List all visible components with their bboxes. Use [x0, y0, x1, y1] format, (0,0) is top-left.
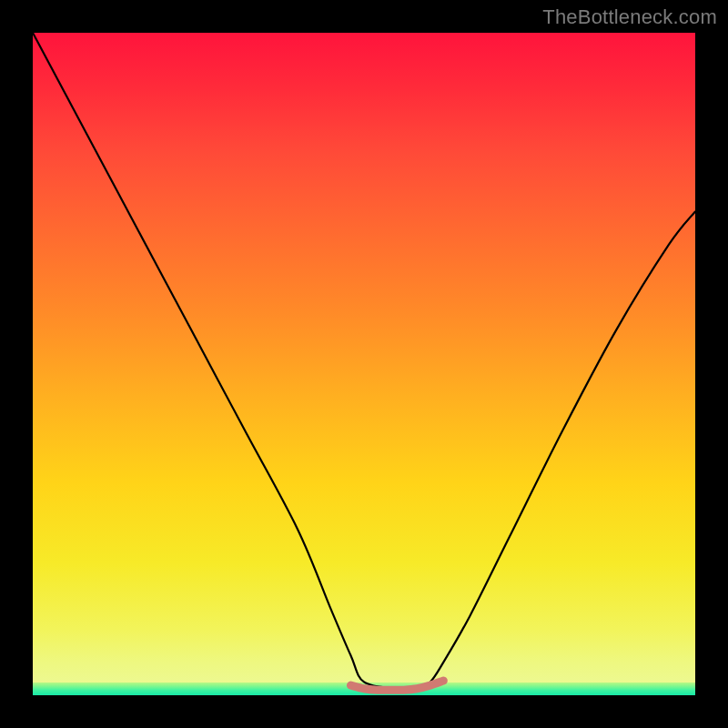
bottleneck-curve	[33, 33, 695, 690]
watermark-text: TheBottleneck.com	[542, 5, 717, 29]
green-band	[33, 682, 695, 695]
plot-area	[33, 33, 695, 695]
chart-svg	[33, 33, 695, 695]
chart-frame: TheBottleneck.com	[0, 0, 728, 728]
